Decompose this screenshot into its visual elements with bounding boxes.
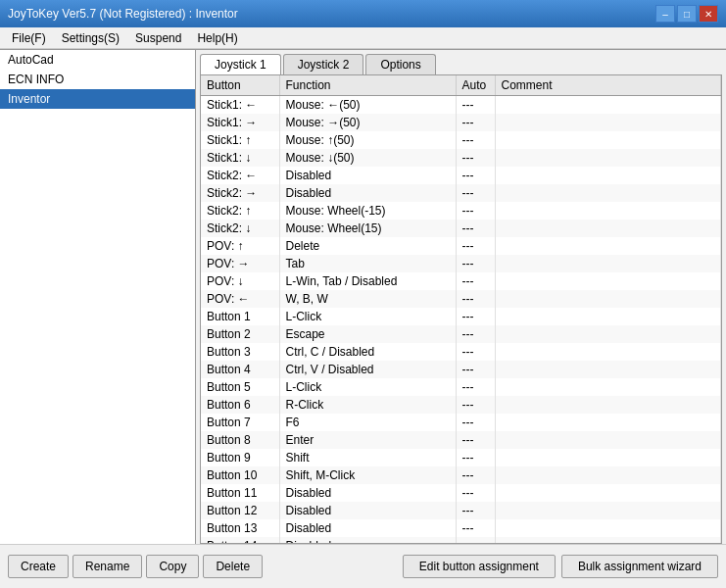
cell-auto: --- [456,449,495,466]
menu-suspend[interactable]: Suspend [127,29,189,47]
menu-settings[interactable]: Settings(S) [54,29,127,47]
table-container: Button Function Auto Comment Stick1: ←Mo… [200,74,722,544]
table-row[interactable]: Stick1: ←Mouse: ←(50)--- [201,96,721,115]
cell-auto: --- [456,255,495,272]
cell-button: POV: ↑ [201,237,279,255]
cell-function: Disabled [279,519,456,537]
cell-auto: --- [456,378,495,396]
cell-comment [495,537,721,543]
cell-comment [495,502,721,519]
cell-function: Shift, M-Click [279,466,456,484]
minimize-button[interactable]: – [655,5,675,23]
bottom-bar: Create Rename Copy Delete Edit button as… [0,544,726,588]
cell-auto: --- [456,290,495,308]
table-row[interactable]: Stick2: ↑Mouse: Wheel(-15)--- [201,202,721,220]
cell-auto: --- [456,466,495,484]
table-row[interactable]: Button 1L-Click--- [201,308,721,325]
bulk-wizard-button[interactable]: Bulk assignment wizard [561,555,718,578]
table-row[interactable]: POV: →Tab--- [201,255,721,272]
delete-button[interactable]: Delete [203,555,263,578]
table-row[interactable]: Button 7F6--- [201,414,721,431]
table-row[interactable]: Button 10Shift, M-Click--- [201,466,721,484]
cell-function: F6 [279,414,456,431]
copy-button[interactable]: Copy [146,555,199,578]
cell-button: Stick2: ↓ [201,220,279,237]
cell-auto: --- [456,220,495,237]
table-row[interactable]: Button 3Ctrl, C / Disabled--- [201,343,721,361]
table-row[interactable]: POV: ↑Delete--- [201,237,721,255]
cell-function: Mouse: →(50) [279,114,456,131]
cell-button: Button 6 [201,396,279,414]
table-row[interactable]: POV: ←W, B, W--- [201,290,721,308]
sidebar-item-autocad[interactable]: AutoCad [0,50,195,70]
cell-button: Button 4 [201,361,279,378]
rename-button[interactable]: Rename [73,555,142,578]
cell-auto: --- [456,361,495,378]
table-scroll[interactable]: Button Function Auto Comment Stick1: ←Mo… [201,75,721,543]
menu-file[interactable]: File(F) [4,29,54,47]
cell-button: Button 1 [201,308,279,325]
cell-function: Mouse: ↑(50) [279,131,456,149]
table-row[interactable]: POV: ↓L-Win, Tab / Disabled--- [201,272,721,290]
tab-joystick2[interactable]: Joystick 2 [283,54,364,74]
cell-auto: --- [456,431,495,449]
cell-comment [495,184,721,202]
table-row[interactable]: Stick1: ↑Mouse: ↑(50)--- [201,131,721,149]
table-row[interactable]: Stick2: →Disabled--- [201,184,721,202]
cell-button: Button 5 [201,378,279,396]
table-row[interactable]: Button 13Disabled--- [201,519,721,537]
cell-button: Stick1: ↑ [201,131,279,149]
cell-button: Stick2: ← [201,167,279,184]
table-row[interactable]: Button 12Disabled--- [201,502,721,519]
title-text: JoyToKey Ver5.7 (Not Registered) : Inven… [8,7,238,21]
cell-auto: --- [456,502,495,519]
cell-comment [495,220,721,237]
sidebar-item-ecninfo[interactable]: ECN INFO [0,70,195,89]
cell-auto: --- [456,308,495,325]
cell-function: Enter [279,431,456,449]
cell-auto: --- [456,414,495,431]
cell-button: Button 14 [201,537,279,543]
cell-auto: --- [456,149,495,167]
table-row[interactable]: Stick2: ←Disabled--- [201,167,721,184]
cell-auto: --- [456,202,495,220]
cell-button: Stick2: ↑ [201,202,279,220]
sidebar: AutoCad ECN INFO Inventor [0,49,196,544]
menu-help[interactable]: Help(H) [189,29,245,47]
create-button[interactable]: Create [8,555,69,578]
table-row[interactable]: Stick1: ↓Mouse: ↓(50)--- [201,149,721,167]
cell-comment [495,325,721,343]
table-row[interactable]: Button 5L-Click--- [201,378,721,396]
cell-auto: --- [456,184,495,202]
cell-button: Button 3 [201,343,279,361]
tab-joystick1[interactable]: Joystick 1 [200,54,281,74]
cell-auto: --- [456,325,495,343]
menu-bar: File(F) Settings(S) Suspend Help(H) [0,27,726,49]
close-button[interactable]: ✕ [699,5,718,23]
table-row[interactable]: Button 8Enter--- [201,431,721,449]
cell-button: Button 2 [201,325,279,343]
right-panel: Joystick 1 Joystick 2 Options Button Fun… [196,49,726,544]
cell-auto: --- [456,484,495,502]
edit-assignment-button[interactable]: Edit button assignment [403,555,556,578]
table-row[interactable]: Button 2Escape--- [201,325,721,343]
sidebar-item-inventor[interactable]: Inventor [0,89,195,109]
cell-auto: --- [456,96,495,115]
cell-button: Stick1: ← [201,96,279,115]
table-row[interactable]: Stick2: ↓Mouse: Wheel(15)--- [201,220,721,237]
cell-auto: --- [456,237,495,255]
cell-function: Disabled [279,537,456,543]
tab-options[interactable]: Options [365,54,435,74]
table-row[interactable]: Stick1: →Mouse: →(50)--- [201,114,721,131]
cell-button: Button 11 [201,484,279,502]
cell-button: POV: ↓ [201,272,279,290]
table-row[interactable]: Button 14Disabled--- [201,537,721,543]
cell-function: Tab [279,255,456,272]
cell-function: Delete [279,237,456,255]
table-row[interactable]: Button 11Disabled--- [201,484,721,502]
table-row[interactable]: Button 6R-Click--- [201,396,721,414]
cell-comment [495,519,721,537]
maximize-button[interactable]: □ [677,5,697,23]
table-row[interactable]: Button 4Ctrl, V / Disabled--- [201,361,721,378]
table-row[interactable]: Button 9Shift--- [201,449,721,466]
